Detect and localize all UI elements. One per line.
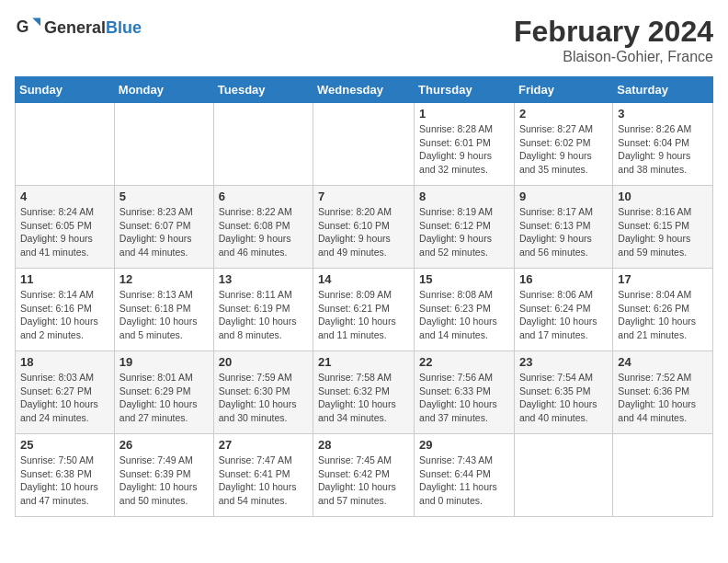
day-info: Sunrise: 8:08 AM Sunset: 6:23 PM Dayligh… xyxy=(419,288,509,342)
col-header-thursday: Thursday xyxy=(415,77,515,103)
day-number: 29 xyxy=(419,438,509,452)
day-number: 26 xyxy=(119,438,209,452)
day-number: 11 xyxy=(20,272,109,286)
day-info: Sunrise: 8:04 AM Sunset: 6:26 PM Dayligh… xyxy=(618,288,708,342)
day-number: 12 xyxy=(119,272,209,286)
col-header-sunday: Sunday xyxy=(16,77,115,103)
day-cell: 29Sunrise: 7:43 AM Sunset: 6:44 PM Dayli… xyxy=(415,434,515,517)
day-cell: 3Sunrise: 8:26 AM Sunset: 6:04 PM Daylig… xyxy=(613,103,713,186)
day-cell: 14Sunrise: 8:09 AM Sunset: 6:21 PM Dayli… xyxy=(313,269,415,351)
day-cell: 10Sunrise: 8:16 AM Sunset: 6:15 PM Dayli… xyxy=(613,186,713,269)
day-number: 2 xyxy=(519,107,608,121)
day-number: 1 xyxy=(419,107,509,121)
day-info: Sunrise: 7:45 AM Sunset: 6:42 PM Dayligh… xyxy=(318,454,409,508)
day-cell: 2Sunrise: 8:27 AM Sunset: 6:02 PM Daylig… xyxy=(514,103,612,186)
column-header-row: SundayMondayTuesdayWednesdayThursdayFrid… xyxy=(16,77,713,103)
day-cell: 24Sunrise: 7:52 AM Sunset: 6:36 PM Dayli… xyxy=(613,351,713,434)
logo-text: GeneralBlue xyxy=(44,18,142,38)
day-info: Sunrise: 8:23 AM Sunset: 6:07 PM Dayligh… xyxy=(119,205,209,259)
logo: G GeneralBlue xyxy=(15,15,142,40)
day-cell: 27Sunrise: 7:47 AM Sunset: 6:41 PM Dayli… xyxy=(213,434,313,517)
svg-marker-1 xyxy=(32,18,40,27)
day-cell xyxy=(514,434,612,517)
day-info: Sunrise: 8:28 AM Sunset: 6:01 PM Dayligh… xyxy=(419,122,509,177)
day-cell: 25Sunrise: 7:50 AM Sunset: 6:38 PM Dayli… xyxy=(16,434,115,517)
day-info: Sunrise: 7:58 AM Sunset: 6:32 PM Dayligh… xyxy=(318,371,409,425)
week-row-2: 4Sunrise: 8:24 AM Sunset: 6:05 PM Daylig… xyxy=(16,186,713,269)
day-cell: 19Sunrise: 8:01 AM Sunset: 6:29 PM Dayli… xyxy=(114,351,213,434)
day-number: 3 xyxy=(618,107,708,121)
day-info: Sunrise: 7:52 AM Sunset: 6:36 PM Dayligh… xyxy=(618,371,708,425)
day-cell: 26Sunrise: 7:49 AM Sunset: 6:39 PM Dayli… xyxy=(114,434,213,517)
day-cell: 17Sunrise: 8:04 AM Sunset: 6:26 PM Dayli… xyxy=(613,269,713,351)
day-info: Sunrise: 7:59 AM Sunset: 6:30 PM Dayligh… xyxy=(219,371,308,425)
day-number: 16 xyxy=(519,272,608,286)
col-header-wednesday: Wednesday xyxy=(313,77,415,103)
day-cell: 15Sunrise: 8:08 AM Sunset: 6:23 PM Dayli… xyxy=(415,269,515,351)
week-row-5: 25Sunrise: 7:50 AM Sunset: 6:38 PM Dayli… xyxy=(16,434,713,517)
day-info: Sunrise: 8:03 AM Sunset: 6:27 PM Dayligh… xyxy=(20,371,109,425)
logo-general: General xyxy=(44,18,106,37)
day-info: Sunrise: 8:17 AM Sunset: 6:13 PM Dayligh… xyxy=(519,205,608,259)
day-info: Sunrise: 8:09 AM Sunset: 6:21 PM Dayligh… xyxy=(318,288,409,342)
day-info: Sunrise: 8:22 AM Sunset: 6:08 PM Dayligh… xyxy=(219,205,308,259)
day-number: 21 xyxy=(318,355,409,369)
day-cell: 20Sunrise: 7:59 AM Sunset: 6:30 PM Dayli… xyxy=(213,351,313,434)
day-cell: 23Sunrise: 7:54 AM Sunset: 6:35 PM Dayli… xyxy=(514,351,612,434)
day-number: 15 xyxy=(419,272,509,286)
day-cell: 9Sunrise: 8:17 AM Sunset: 6:13 PM Daylig… xyxy=(514,186,612,269)
day-number: 9 xyxy=(519,190,608,203)
day-cell: 8Sunrise: 8:19 AM Sunset: 6:12 PM Daylig… xyxy=(415,186,515,269)
col-header-friday: Friday xyxy=(514,77,612,103)
day-info: Sunrise: 7:54 AM Sunset: 6:35 PM Dayligh… xyxy=(519,371,608,425)
day-cell: 16Sunrise: 8:06 AM Sunset: 6:24 PM Dayli… xyxy=(514,269,612,351)
day-cell: 5Sunrise: 8:23 AM Sunset: 6:07 PM Daylig… xyxy=(114,186,213,269)
day-info: Sunrise: 8:06 AM Sunset: 6:24 PM Dayligh… xyxy=(519,288,608,342)
col-header-monday: Monday xyxy=(114,77,213,103)
svg-text:G: G xyxy=(17,17,29,36)
day-cell: 13Sunrise: 8:11 AM Sunset: 6:19 PM Dayli… xyxy=(213,269,313,351)
day-info: Sunrise: 8:11 AM Sunset: 6:19 PM Dayligh… xyxy=(219,288,308,342)
day-cell: 4Sunrise: 8:24 AM Sunset: 6:05 PM Daylig… xyxy=(16,186,115,269)
day-cell xyxy=(213,103,313,186)
day-info: Sunrise: 7:43 AM Sunset: 6:44 PM Dayligh… xyxy=(419,454,509,508)
day-number: 10 xyxy=(618,190,708,203)
day-cell: 6Sunrise: 8:22 AM Sunset: 6:08 PM Daylig… xyxy=(213,186,313,269)
day-info: Sunrise: 8:27 AM Sunset: 6:02 PM Dayligh… xyxy=(519,122,608,177)
logo-icon: G xyxy=(15,15,40,40)
week-row-3: 11Sunrise: 8:14 AM Sunset: 6:16 PM Dayli… xyxy=(16,269,713,351)
title-block: February 2024 Blaison-Gohier, France xyxy=(514,15,713,65)
day-info: Sunrise: 8:20 AM Sunset: 6:10 PM Dayligh… xyxy=(318,205,409,259)
day-cell: 22Sunrise: 7:56 AM Sunset: 6:33 PM Dayli… xyxy=(415,351,515,434)
day-info: Sunrise: 8:14 AM Sunset: 6:16 PM Dayligh… xyxy=(20,288,109,342)
day-number: 27 xyxy=(219,438,308,452)
page-header: G GeneralBlue February 2024 Blaison-Gohi… xyxy=(15,15,713,65)
day-cell: 21Sunrise: 7:58 AM Sunset: 6:32 PM Dayli… xyxy=(313,351,415,434)
day-info: Sunrise: 8:19 AM Sunset: 6:12 PM Dayligh… xyxy=(419,205,509,259)
day-cell xyxy=(16,103,115,186)
day-info: Sunrise: 7:50 AM Sunset: 6:38 PM Dayligh… xyxy=(20,454,109,508)
day-info: Sunrise: 8:16 AM Sunset: 6:15 PM Dayligh… xyxy=(618,205,708,259)
day-number: 22 xyxy=(419,355,509,369)
day-info: Sunrise: 8:01 AM Sunset: 6:29 PM Dayligh… xyxy=(119,371,209,425)
day-cell xyxy=(613,434,713,517)
day-info: Sunrise: 8:13 AM Sunset: 6:18 PM Dayligh… xyxy=(119,288,209,342)
day-cell xyxy=(313,103,415,186)
day-number: 6 xyxy=(219,190,308,203)
day-cell: 7Sunrise: 8:20 AM Sunset: 6:10 PM Daylig… xyxy=(313,186,415,269)
day-info: Sunrise: 7:47 AM Sunset: 6:41 PM Dayligh… xyxy=(219,454,308,508)
logo-blue: Blue xyxy=(106,18,142,37)
day-number: 20 xyxy=(219,355,308,369)
day-info: Sunrise: 8:26 AM Sunset: 6:04 PM Dayligh… xyxy=(618,122,708,177)
calendar-title: February 2024 xyxy=(514,15,713,49)
day-number: 5 xyxy=(119,190,209,203)
day-number: 23 xyxy=(519,355,608,369)
day-info: Sunrise: 8:24 AM Sunset: 6:05 PM Dayligh… xyxy=(20,205,109,259)
day-number: 28 xyxy=(318,438,409,452)
day-cell: 18Sunrise: 8:03 AM Sunset: 6:27 PM Dayli… xyxy=(16,351,115,434)
day-number: 7 xyxy=(318,190,409,203)
day-number: 17 xyxy=(618,272,708,286)
week-row-1: 1Sunrise: 8:28 AM Sunset: 6:01 PM Daylig… xyxy=(16,103,713,186)
day-number: 25 xyxy=(20,438,109,452)
day-info: Sunrise: 7:49 AM Sunset: 6:39 PM Dayligh… xyxy=(119,454,209,508)
